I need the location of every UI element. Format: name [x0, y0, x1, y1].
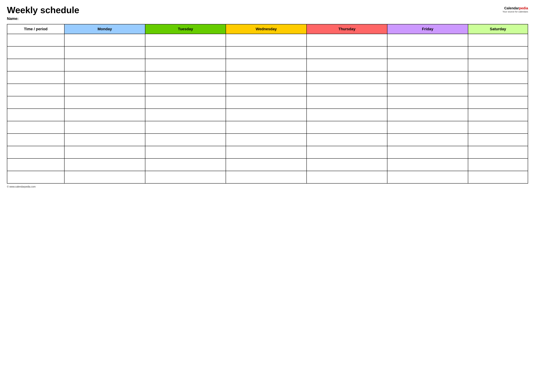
schedule-cell[interactable]	[468, 159, 528, 171]
schedule-cell[interactable]	[387, 59, 468, 71]
schedule-cell[interactable]	[387, 121, 468, 134]
time-cell[interactable]	[7, 109, 64, 121]
schedule-cell[interactable]	[307, 134, 387, 146]
time-cell[interactable]	[7, 34, 64, 46]
schedule-cell[interactable]	[387, 109, 468, 121]
schedule-cell[interactable]	[226, 109, 307, 121]
schedule-cell[interactable]	[468, 34, 528, 46]
schedule-cell[interactable]	[468, 96, 528, 109]
schedule-cell[interactable]	[307, 109, 387, 121]
schedule-cell[interactable]	[307, 146, 387, 159]
schedule-cell[interactable]	[468, 121, 528, 134]
schedule-cell[interactable]	[226, 121, 307, 134]
table-row	[7, 46, 528, 59]
schedule-cell[interactable]	[64, 121, 145, 134]
schedule-cell[interactable]	[468, 146, 528, 159]
table-row	[7, 109, 528, 121]
logo-tagline: Your source for calendars	[502, 10, 528, 13]
time-cell[interactable]	[7, 134, 64, 146]
schedule-cell[interactable]	[64, 146, 145, 159]
schedule-cell[interactable]	[64, 71, 145, 84]
schedule-cell[interactable]	[145, 71, 226, 84]
schedule-cell[interactable]	[307, 46, 387, 59]
footer-url: © www.calendarpedia.com	[7, 185, 36, 188]
schedule-cell[interactable]	[468, 71, 528, 84]
schedule-cell[interactable]	[145, 109, 226, 121]
schedule-table: Time / period Monday Tuesday Wednesday T…	[7, 24, 528, 184]
schedule-cell[interactable]	[307, 34, 387, 46]
schedule-cell[interactable]	[226, 159, 307, 171]
schedule-cell[interactable]	[468, 134, 528, 146]
schedule-cell[interactable]	[226, 71, 307, 84]
schedule-cell[interactable]	[64, 96, 145, 109]
schedule-cell[interactable]	[145, 121, 226, 134]
schedule-cell[interactable]	[468, 59, 528, 71]
schedule-cell[interactable]	[226, 134, 307, 146]
schedule-cell[interactable]	[468, 84, 528, 96]
col-header-wednesday: Wednesday	[226, 24, 307, 34]
schedule-cell[interactable]	[307, 159, 387, 171]
schedule-cell[interactable]	[145, 146, 226, 159]
schedule-cell[interactable]	[64, 34, 145, 46]
col-header-friday: Friday	[387, 24, 468, 34]
schedule-cell[interactable]	[64, 134, 145, 146]
schedule-cell[interactable]	[226, 171, 307, 183]
name-label: Name:	[7, 16, 79, 21]
table-row	[7, 71, 528, 84]
schedule-cell[interactable]	[226, 34, 307, 46]
schedule-cell[interactable]	[468, 109, 528, 121]
schedule-cell[interactable]	[145, 34, 226, 46]
schedule-cell[interactable]	[307, 59, 387, 71]
schedule-cell[interactable]	[64, 109, 145, 121]
page-title: Weekly schedule	[7, 5, 79, 15]
schedule-cell[interactable]	[307, 71, 387, 84]
col-header-monday: Monday	[64, 24, 145, 34]
time-cell[interactable]	[7, 46, 64, 59]
schedule-cell[interactable]	[64, 159, 145, 171]
schedule-cell[interactable]	[64, 59, 145, 71]
schedule-cell[interactable]	[307, 121, 387, 134]
schedule-cell[interactable]	[387, 71, 468, 84]
schedule-cell[interactable]	[226, 59, 307, 71]
schedule-cell[interactable]	[145, 171, 226, 183]
time-cell[interactable]	[7, 171, 64, 183]
schedule-cell[interactable]	[145, 159, 226, 171]
schedule-cell[interactable]	[307, 171, 387, 183]
schedule-cell[interactable]	[468, 171, 528, 183]
schedule-cell[interactable]	[145, 59, 226, 71]
schedule-cell[interactable]	[145, 84, 226, 96]
page-header: Weekly schedule Name: Calendarpedia Your…	[7, 5, 528, 21]
table-row	[7, 34, 528, 46]
schedule-cell[interactable]	[226, 46, 307, 59]
schedule-cell[interactable]	[387, 46, 468, 59]
schedule-cell[interactable]	[387, 96, 468, 109]
schedule-cell[interactable]	[226, 96, 307, 109]
schedule-cell[interactable]	[64, 84, 145, 96]
time-cell[interactable]	[7, 96, 64, 109]
schedule-cell[interactable]	[307, 96, 387, 109]
schedule-cell[interactable]	[64, 46, 145, 59]
time-cell[interactable]	[7, 59, 64, 71]
table-row	[7, 96, 528, 109]
schedule-cell[interactable]	[387, 146, 468, 159]
time-cell[interactable]	[7, 71, 64, 84]
schedule-cell[interactable]	[387, 84, 468, 96]
time-cell[interactable]	[7, 146, 64, 159]
time-cell[interactable]	[7, 121, 64, 134]
schedule-cell[interactable]	[307, 84, 387, 96]
schedule-cell[interactable]	[468, 46, 528, 59]
schedule-cell[interactable]	[387, 159, 468, 171]
schedule-cell[interactable]	[226, 146, 307, 159]
schedule-cell[interactable]	[145, 134, 226, 146]
schedule-cell[interactable]	[387, 34, 468, 46]
schedule-cell[interactable]	[145, 46, 226, 59]
schedule-cell[interactable]	[387, 171, 468, 183]
schedule-cell[interactable]	[64, 171, 145, 183]
time-cell[interactable]	[7, 84, 64, 96]
schedule-cell[interactable]	[145, 96, 226, 109]
col-header-thursday: Thursday	[307, 24, 387, 34]
time-cell[interactable]	[7, 159, 64, 171]
schedule-cell[interactable]	[387, 134, 468, 146]
col-header-time: Time / period	[7, 24, 64, 34]
schedule-cell[interactable]	[226, 84, 307, 96]
